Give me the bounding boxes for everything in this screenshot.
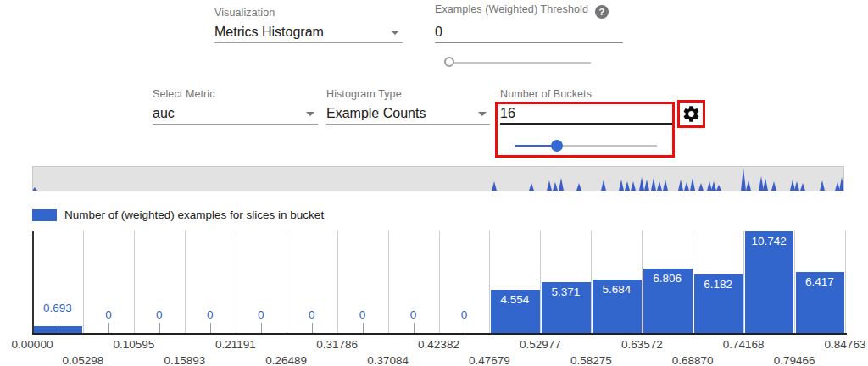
density-spike [625, 181, 630, 191]
axis-tick-label: 0.26489 [251, 354, 322, 366]
bar-value-label: 0 [388, 308, 439, 321]
density-spike [559, 178, 564, 191]
density-spike [716, 185, 721, 191]
density-spike [492, 181, 497, 191]
histogram-type-value[interactable]: Example Counts [326, 104, 490, 125]
visualization-select[interactable]: Visualization Metrics Histogram [214, 7, 403, 43]
density-spike [657, 181, 662, 191]
bar-value-label: 0.693 [32, 302, 83, 314]
axis-tick-label: 0.21191 [200, 338, 271, 351]
annotation-stem [363, 323, 364, 333]
visualization-label: Visualization [214, 7, 403, 19]
bar-value-label: 10.742 [743, 235, 794, 247]
density-spike [553, 182, 558, 191]
annotation-stem [261, 323, 262, 333]
annotation-stem [414, 323, 415, 333]
visualization-value[interactable]: Metrics Histogram [214, 23, 403, 43]
annotation-stem [58, 316, 58, 326]
slices-overview-strip[interactable] [32, 166, 844, 191]
chevron-down-icon [478, 112, 487, 116]
chart-legend: Number of (weighted) examples for slices… [32, 208, 324, 221]
axis-tick-label: 0.31786 [302, 338, 373, 351]
histogram-bar[interactable] [34, 326, 83, 333]
density-spike [644, 180, 649, 191]
density-spike [690, 178, 695, 191]
select-metric-select[interactable]: Select Metric auc [153, 88, 318, 125]
bar-value-label: 0 [337, 308, 388, 321]
axis-tick-label: 0.37084 [353, 354, 424, 366]
examples-threshold-field: Examples (Weighted) Threshold? 0 [435, 3, 623, 43]
axis-tick-label: 0.68870 [657, 354, 728, 366]
density-spike [651, 178, 656, 191]
threshold-label: Examples (Weighted) Threshold [435, 3, 588, 15]
bar-value-label: 0 [134, 308, 185, 321]
histogram-type-select[interactable]: Histogram Type Example Counts [326, 88, 490, 125]
axis-tick-label: 0.42382 [403, 338, 475, 351]
density-spike [619, 180, 624, 191]
threshold-value-text: 0 [435, 25, 442, 39]
axis-tick-label: 0.15893 [149, 354, 220, 366]
axis-tick-label: 0.05298 [47, 354, 119, 366]
density-spike [763, 178, 768, 191]
annotation-stem [108, 323, 109, 333]
bar-value-label: 0 [439, 308, 490, 321]
density-spike [759, 176, 764, 191]
density-spike [790, 180, 795, 191]
annotation-stem [465, 323, 465, 333]
select-metric-label: Select Metric [153, 88, 318, 100]
axis-tick-label: 0.10595 [98, 338, 170, 351]
bar-value-label: 0 [287, 308, 337, 321]
bar-value-label: 0 [185, 308, 236, 321]
threshold-slider-thumb[interactable] [444, 57, 454, 67]
density-spike [794, 181, 799, 191]
threshold-slider-track[interactable] [450, 62, 591, 64]
bar-value-label: 5.371 [540, 286, 591, 298]
gear-icon [682, 104, 701, 124]
density-spike [800, 183, 805, 191]
density-spike [576, 183, 581, 191]
density-spike [741, 168, 746, 191]
histogram-type-selected-text: Example Counts [326, 106, 426, 120]
legend-color-swatch [32, 209, 57, 221]
num-buckets-highlight-box [495, 102, 675, 158]
density-spike [678, 180, 683, 191]
chevron-down-icon [391, 30, 399, 35]
axis-tick-label: 0.58275 [555, 354, 626, 366]
density-spike [631, 181, 636, 191]
chevron-down-icon [306, 112, 314, 116]
num-buckets-label: Number of Buckets [500, 88, 670, 100]
density-spike [529, 183, 534, 191]
density-spike [835, 182, 840, 191]
bar-value-label: 0 [236, 308, 287, 321]
legend-label: Number of (weighted) examples for slices… [64, 208, 324, 221]
density-spike [601, 180, 606, 191]
density-spike [746, 180, 751, 191]
histogram-type-label: Histogram Type [326, 88, 490, 100]
bar-value-label: 5.684 [591, 283, 642, 296]
axis-tick-label: 0.52977 [504, 338, 576, 351]
density-spike [33, 187, 37, 191]
settings-button[interactable] [677, 100, 705, 128]
density-spike [698, 183, 704, 191]
axis-tick-label: 0.47679 [453, 354, 525, 366]
density-spike [771, 181, 776, 191]
x-axis [32, 333, 847, 335]
select-metric-value[interactable]: auc [153, 104, 318, 125]
density-spike [839, 177, 843, 191]
density-spike [707, 181, 712, 191]
axis-tick-label: 0.79466 [759, 354, 830, 366]
axis-tick-label: 0.63572 [606, 338, 677, 351]
density-spike [547, 180, 552, 191]
slice-density-spikes [33, 167, 843, 191]
density-spike [639, 177, 644, 191]
bar-value-label: 4.554 [489, 293, 540, 306]
density-spike [663, 180, 668, 191]
axis-tick-label: 0.00000 [0, 338, 68, 351]
density-spike [711, 181, 716, 191]
axis-tick-label: 0.84763 [810, 338, 868, 351]
visualization-selected-text: Metrics Histogram [214, 25, 324, 39]
help-icon[interactable]: ? [595, 5, 609, 19]
bar-value-label: 0 [83, 308, 134, 321]
y-axis [32, 231, 34, 333]
threshold-input[interactable]: 0 [435, 23, 623, 43]
